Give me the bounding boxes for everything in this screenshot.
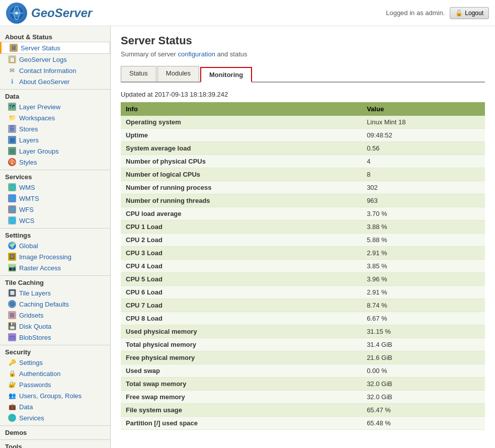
logout-icon: 🔓 xyxy=(455,10,463,17)
table-row: CPU 4 Load3.85 % xyxy=(121,260,485,273)
imgproc-icon: 🖼 xyxy=(8,253,16,261)
logo-text: GeoServer xyxy=(31,6,92,20)
value-cell: 302 xyxy=(362,181,485,194)
sidebar-item-label: Passwords xyxy=(19,381,51,389)
sidebar-item-wmts[interactable]: 🌐WMTS xyxy=(0,193,110,204)
users-icon: 👥 xyxy=(8,392,16,400)
sidebar-item-label: Authentication xyxy=(19,370,60,378)
sidebar-section-title: Tools xyxy=(0,439,110,448)
table-row: CPU 1 Load3.88 % xyxy=(121,220,485,234)
sidebar-item-workspaces[interactable]: 📁Workspaces xyxy=(0,112,110,123)
info-cell: Number of running process xyxy=(121,181,362,194)
table-row: Number of running threads963 xyxy=(121,194,485,207)
table-row: CPU 6 Load2.91 % xyxy=(121,286,485,299)
header: GeoServer Logged in as admin. 🔓 Logout xyxy=(0,0,495,26)
value-cell: 4 xyxy=(362,155,485,168)
tab-modules[interactable]: Modules xyxy=(157,66,199,82)
sidebar-item-disk-quota[interactable]: 💾Disk Quota xyxy=(0,321,110,332)
sidebar-item-tile-layers[interactable]: 🔲Tile Layers xyxy=(0,287,110,298)
data2-icon: 💼 xyxy=(8,403,16,411)
sidebar-item-label: BlobStores xyxy=(19,334,51,341)
sidebar-item-label: GeoServer Logs xyxy=(19,56,67,63)
table-row: Free swap memory32.0 GiB xyxy=(121,391,485,404)
value-cell: 09:48:52 xyxy=(362,129,485,142)
sidebar-item-stores[interactable]: 🗄Stores xyxy=(0,123,110,134)
config-link[interactable]: configuration xyxy=(178,50,215,58)
info-cell: Free physical memory xyxy=(121,351,362,364)
sidebar-item-server-status[interactable]: 🖥Server Status xyxy=(0,42,110,54)
raster-icon: 📷 xyxy=(8,264,16,272)
sidebar-section: Tile Caching🔲Tile Layers⚙Caching Default… xyxy=(0,275,110,343)
sidebar-section-title: Settings xyxy=(0,228,110,240)
main-content: Server Status Summary of server configur… xyxy=(111,26,495,448)
sidebar-item-gridsets[interactable]: ⊞Gridsets xyxy=(0,310,110,321)
sidebar-item-label: Data xyxy=(19,403,33,411)
sidebar-item-image-processing[interactable]: 🖼Image Processing xyxy=(0,251,110,262)
info-cell: CPU 7 Load xyxy=(121,299,362,312)
info-cell: Number of physical CPUs xyxy=(121,155,362,168)
sidebar-item-global[interactable]: 🌍Global xyxy=(0,240,110,251)
table-row: CPU 8 Load6.67 % xyxy=(121,312,485,325)
table-row: Partition [/] used space65.48 % xyxy=(121,417,485,430)
tab-monitoring[interactable]: Monitoring xyxy=(200,67,252,83)
blob-icon: 🗃 xyxy=(8,333,16,341)
table-row: System average load0.56 xyxy=(121,142,485,155)
sidebar: About & Status🖥Server Status📋GeoServer L… xyxy=(0,26,111,448)
gridset-icon: ⊞ xyxy=(8,311,16,319)
info-cell: CPU 6 Load xyxy=(121,286,362,299)
layergroup-icon: ▤ xyxy=(8,147,16,155)
table-row: CPU load average3.70 % xyxy=(121,207,485,220)
wms-icon: 🌐 xyxy=(8,183,16,191)
sidebar-item-layer-groups[interactable]: ▤Layer Groups xyxy=(0,145,110,157)
sidebar-item-layers[interactable]: ▦Layers xyxy=(0,134,110,145)
sidebar-item-layer-preview[interactable]: 🗺Layer Preview xyxy=(0,101,110,112)
sidebar-section-title: Data xyxy=(0,89,110,101)
tile-icon: 🔲 xyxy=(8,289,16,297)
table-row: Free physical memory21.6 GiB xyxy=(121,351,485,364)
sidebar-item-services[interactable]: 🌐Services xyxy=(0,412,110,423)
sidebar-item-data[interactable]: 💼Data xyxy=(0,401,110,412)
info-cell: CPU 1 Load xyxy=(121,220,362,234)
value-cell: 31.15 % xyxy=(362,325,485,338)
sidebar-item-label: Stores xyxy=(19,125,38,133)
logout-button[interactable]: 🔓 Logout xyxy=(450,7,489,19)
sidebar-item-wcs[interactable]: 🌐WCS xyxy=(0,215,110,226)
sidebar-item-passwords[interactable]: 🔐Passwords xyxy=(0,379,110,390)
sidebar-item-settings[interactable]: 🔑Settings xyxy=(0,357,110,368)
info-cell: CPU 8 Load xyxy=(121,312,362,325)
sidebar-item-wfs[interactable]: 🌐WFS xyxy=(0,204,110,215)
settings-icon: 🔑 xyxy=(8,358,16,366)
services2-icon: 🌐 xyxy=(8,414,16,422)
sidebar-item-geoserver-logs[interactable]: 📋GeoServer Logs xyxy=(0,54,110,65)
info-cell: Operating system xyxy=(121,116,362,129)
about-icon: ℹ xyxy=(8,78,16,86)
sidebar-item-about-geoserver[interactable]: ℹAbout GeoServer xyxy=(0,76,110,87)
tabs-bar: StatusModulesMonitoring xyxy=(121,66,485,83)
value-cell: 8.74 % xyxy=(362,299,485,312)
sidebar-item-label: Layer Groups xyxy=(19,147,59,155)
sidebar-item-styles[interactable]: 🎨Styles xyxy=(0,157,110,168)
store-icon: 🗄 xyxy=(8,125,16,133)
workspace-icon: 📁 xyxy=(8,114,16,122)
sidebar-item-label: WMTS xyxy=(19,195,39,202)
table-row: Number of logical CPUs8 xyxy=(121,168,485,181)
table-row: Number of physical CPUs4 xyxy=(121,155,485,168)
updated-at: Updated at 2017-09-13 18:18:39.242 xyxy=(121,91,485,98)
sidebar-item-authentication[interactable]: 🔒Authentication xyxy=(0,368,110,379)
table-row: Total physical memory31.4 GiB xyxy=(121,338,485,351)
table-row: CPU 3 Load2.91 % xyxy=(121,247,485,260)
tab-status[interactable]: Status xyxy=(121,66,156,82)
sidebar-item-blobstores[interactable]: 🗃BlobStores xyxy=(0,332,110,343)
sidebar-item-users-groups-roles[interactable]: 👥Users, Groups, Roles xyxy=(0,390,110,401)
sidebar-item-caching-defaults[interactable]: ⚙Caching Defaults xyxy=(0,298,110,310)
sidebar-item-wms[interactable]: 🌐WMS xyxy=(0,182,110,193)
sidebar-item-label: Gridsets xyxy=(19,312,43,319)
sidebar-item-raster-access[interactable]: 📷Raster Access xyxy=(0,262,110,273)
info-cell: Number of running threads xyxy=(121,194,362,207)
sidebar-item-contact-information[interactable]: ✉Contact Information xyxy=(0,65,110,76)
value-cell: 0.00 % xyxy=(362,364,485,378)
sidebar-section-title: Services xyxy=(0,170,110,182)
value-cell: 8 xyxy=(362,168,485,181)
sidebar-item-label: Server Status xyxy=(21,44,60,52)
value-cell: 31.4 GiB xyxy=(362,338,485,351)
